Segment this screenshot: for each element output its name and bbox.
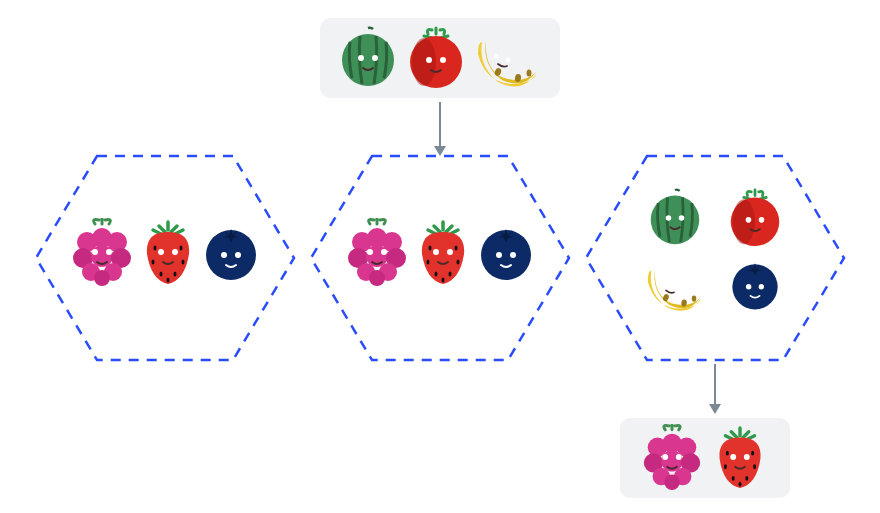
svg-point-30 bbox=[152, 260, 155, 265]
svg-point-59 bbox=[447, 249, 453, 255]
banana-icon bbox=[474, 26, 542, 90]
svg-point-6 bbox=[440, 57, 446, 63]
svg-point-99 bbox=[744, 454, 750, 460]
arrow-input-to-center bbox=[430, 100, 450, 160]
svg-point-29 bbox=[180, 246, 183, 251]
raspberry-icon bbox=[71, 218, 133, 288]
output-fruit-box bbox=[620, 418, 790, 498]
svg-point-32 bbox=[160, 272, 163, 277]
svg-point-57 bbox=[442, 278, 445, 283]
svg-point-49 bbox=[367, 249, 373, 255]
raspberry-icon bbox=[641, 424, 703, 492]
strawberry-icon bbox=[711, 424, 769, 492]
tomato-icon bbox=[406, 26, 466, 90]
svg-point-67 bbox=[733, 199, 755, 244]
svg-point-74 bbox=[673, 285, 678, 290]
svg-point-92 bbox=[751, 451, 754, 456]
svg-point-91 bbox=[726, 451, 729, 456]
svg-point-98 bbox=[730, 454, 736, 460]
hex-center-content bbox=[343, 218, 537, 288]
hex-right-content bbox=[640, 188, 790, 314]
strawberry-icon bbox=[139, 218, 197, 288]
svg-point-95 bbox=[732, 476, 735, 481]
svg-point-51 bbox=[429, 246, 432, 251]
svg-point-73 bbox=[662, 281, 667, 286]
svg-point-53 bbox=[427, 260, 430, 265]
svg-point-50 bbox=[381, 249, 387, 255]
svg-point-77 bbox=[759, 284, 764, 289]
raspberry-icon bbox=[346, 218, 408, 288]
svg-point-5 bbox=[426, 57, 432, 63]
svg-point-52 bbox=[455, 246, 458, 251]
svg-point-56 bbox=[449, 272, 452, 277]
svg-point-72 bbox=[692, 295, 697, 301]
svg-point-39 bbox=[235, 252, 241, 258]
svg-point-27 bbox=[106, 249, 112, 255]
svg-point-97 bbox=[739, 482, 742, 487]
svg-point-93 bbox=[724, 464, 727, 469]
svg-point-61 bbox=[496, 252, 502, 258]
strawberry-icon bbox=[414, 218, 472, 288]
svg-point-25 bbox=[94, 270, 110, 286]
svg-point-64 bbox=[666, 215, 672, 221]
svg-point-70 bbox=[662, 293, 670, 302]
blueberry-icon bbox=[203, 221, 259, 285]
svg-point-9 bbox=[527, 70, 532, 77]
blueberry-icon bbox=[729, 256, 781, 314]
svg-point-65 bbox=[679, 215, 685, 221]
svg-point-76 bbox=[746, 284, 751, 289]
svg-point-4 bbox=[412, 38, 436, 86]
svg-point-36 bbox=[172, 249, 178, 255]
watermelon-icon bbox=[338, 26, 398, 90]
svg-point-28 bbox=[154, 246, 157, 251]
svg-point-68 bbox=[746, 217, 752, 223]
svg-point-33 bbox=[174, 272, 177, 277]
svg-point-26 bbox=[92, 249, 98, 255]
svg-point-7 bbox=[494, 67, 502, 77]
svg-point-38 bbox=[221, 252, 227, 258]
tomato-icon bbox=[727, 188, 783, 248]
svg-point-11 bbox=[506, 58, 511, 63]
svg-point-55 bbox=[435, 272, 438, 277]
svg-point-1 bbox=[358, 55, 364, 61]
svg-point-34 bbox=[167, 278, 170, 283]
svg-point-35 bbox=[158, 249, 164, 255]
input-fruit-box bbox=[320, 18, 560, 98]
arrow-right-to-output bbox=[705, 362, 725, 418]
svg-point-89 bbox=[662, 454, 668, 460]
svg-point-10 bbox=[494, 54, 499, 59]
svg-point-2 bbox=[372, 55, 378, 61]
svg-point-90 bbox=[676, 454, 682, 460]
svg-point-54 bbox=[457, 260, 460, 265]
svg-point-58 bbox=[433, 249, 439, 255]
svg-point-31 bbox=[182, 260, 185, 265]
svg-point-96 bbox=[745, 476, 748, 481]
svg-point-94 bbox=[753, 464, 756, 469]
blueberry-icon bbox=[478, 221, 534, 285]
hex-left-content bbox=[68, 218, 262, 288]
svg-point-48 bbox=[369, 270, 385, 286]
svg-point-88 bbox=[664, 475, 680, 491]
svg-marker-13 bbox=[434, 146, 446, 156]
banana-icon bbox=[644, 256, 706, 314]
svg-point-62 bbox=[510, 252, 516, 258]
svg-point-69 bbox=[759, 217, 765, 223]
svg-marker-79 bbox=[709, 404, 721, 414]
watermelon-icon bbox=[647, 188, 703, 248]
